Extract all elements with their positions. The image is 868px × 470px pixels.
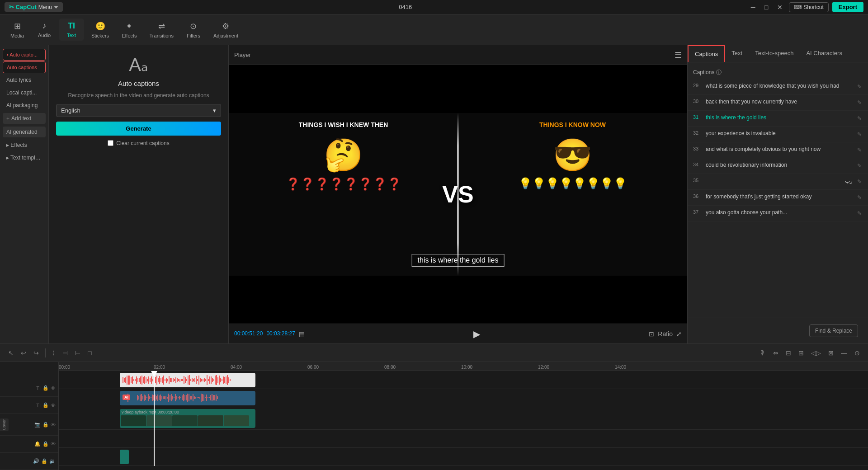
caption-row-29[interactable]: 29 what is some piece of knowledge that … — [688, 79, 868, 95]
caption-row-37[interactable]: 37 you also gotta choose your path... ✎ — [688, 206, 868, 221]
caption-edit-32[interactable]: ✎ — [856, 130, 863, 138]
lock-icon-audio1[interactable]: 🔒 — [42, 441, 49, 447]
ratio-button[interactable]: Ratio — [658, 330, 673, 338]
split-button[interactable]: ⧘ — [49, 348, 58, 358]
export-button[interactable]: Export — [832, 2, 863, 12]
eye-icon-audio2[interactable]: 🔉 — [49, 458, 56, 464]
clip-video[interactable]: videoplayback.mp4 00:03:28:00 — [120, 409, 255, 428]
player-menu-button[interactable]: ☰ — [675, 50, 682, 60]
clip-text-2[interactable]: AI for(let i=0;i<80;i++){document.write(… — [120, 391, 255, 405]
left-panel-text-template[interactable]: ▸ Text template — [3, 152, 46, 164]
ruler-mark-4: 08:00 — [384, 362, 396, 371]
left-panel-ai-packaging[interactable]: AI packaging — [3, 99, 46, 111]
filters-icon: ⊙ — [190, 21, 197, 31]
caption-edit-34[interactable]: ✎ — [856, 162, 863, 170]
caption-num-34: 34 — [693, 162, 702, 167]
left-panel-auto-captions-1[interactable]: Auto capto... — [3, 49, 46, 61]
left-panel-local-captions[interactable]: Local capti... — [3, 87, 46, 99]
link-button[interactable]: ⇔ — [770, 348, 781, 358]
clear-captions-checkbox[interactable] — [108, 140, 113, 146]
caption-row-32[interactable]: 32 your experience is invaluable ✎ — [688, 127, 868, 142]
caption-row-34[interactable]: 34 could be revolutionary information ✎ — [688, 158, 868, 174]
caption-edit-35[interactable]: ✎ — [856, 178, 863, 186]
auto-captions-description: Recognize speech in the video and genera… — [68, 92, 209, 99]
caption-edit-33[interactable]: ✎ — [856, 146, 863, 154]
left-panel-effects[interactable]: ▸ Effects — [3, 139, 46, 151]
ripple-button[interactable]: ⊞ — [796, 348, 807, 358]
tool-effects[interactable]: ✦ Effects — [116, 19, 142, 41]
left-panel-auto-captions-2[interactable]: Auto captions — [3, 61, 46, 73]
tab-tts[interactable]: Text-to-speech — [749, 45, 800, 62]
snap-button[interactable]: ⊟ — [783, 348, 794, 358]
shortcut-button[interactable]: ⌨ Shortcut — [789, 2, 829, 12]
lock-icon-2[interactable]: 🔒 — [42, 402, 49, 408]
light-bulbs: 💡💡💡💡💡💡💡💡 — [519, 177, 627, 190]
menu-button[interactable]: ✂ CapCut Menu — [5, 2, 63, 12]
eye-icon-2[interactable]: 👁 — [51, 403, 56, 408]
playhead[interactable] — [154, 371, 155, 466]
settings-button[interactable]: ⊙ — [852, 348, 863, 358]
caption-row-33[interactable]: 33 and what is completely obvious to you… — [688, 142, 868, 158]
cursor-tool-button[interactable]: ↖ — [5, 348, 16, 358]
caption-edit-31[interactable]: ✎ — [856, 114, 863, 122]
lock-icon-audio2[interactable]: 🔒 — [41, 458, 47, 464]
tool-audio[interactable]: ♪ Audio — [32, 19, 57, 41]
waveform-1: for(let i=0;i<80;i++){document.write('<d… — [120, 373, 255, 387]
ai-generated-button[interactable]: AI generated — [3, 127, 46, 137]
clip-audio-1[interactable]: for(let i=0;i<80;i++){document.write('<d… — [120, 373, 255, 387]
caption-edit-37[interactable]: ✎ — [856, 209, 863, 217]
lock-icon-1[interactable]: 🔒 — [42, 385, 49, 391]
maximize-button[interactable]: □ — [762, 2, 771, 12]
undo-button[interactable]: ↩ — [18, 348, 29, 358]
tool-media[interactable]: ⊞ Media — [5, 19, 30, 41]
transcript-icon[interactable]: ▤ — [299, 330, 305, 338]
language-selector[interactable]: English ▾ — [56, 104, 221, 117]
video-preview: THINGS I WISH I KNEW THEN 🤔 ❓❓❓❓❓❓❓❓ VS … — [229, 113, 687, 276]
trim-right-button[interactable]: ⊢ — [72, 348, 83, 358]
caption-edit-29[interactable]: ✎ — [856, 83, 863, 91]
expand-icon[interactable]: ⤢ — [676, 330, 682, 338]
close-button[interactable]: ✕ — [774, 2, 785, 12]
cover-container: Cover — [0, 414, 8, 435]
zoom-in-button[interactable]: ◁▷ — [808, 348, 824, 358]
tool-adjustment[interactable]: ⚙ Adjustment — [208, 19, 244, 41]
add-text-button[interactable]: +Add text — [3, 113, 46, 124]
caption-row-36[interactable]: 36 for somebody that's just getting star… — [688, 190, 868, 206]
redo-button[interactable]: ↪ — [31, 348, 42, 358]
mic-button[interactable]: 🎙 — [757, 348, 769, 358]
caption-edit-30[interactable]: ✎ — [856, 99, 863, 107]
left-panel-auto-lyrics[interactable]: Auto lyrics — [3, 74, 46, 86]
track-labels: TI 🔒 👁 TI 🔒 👁 Cover 📷 🔒 👁 🔔 🔒 👁 — [0, 362, 59, 470]
tool-stickers[interactable]: 🙂 Stickers — [86, 19, 114, 41]
caption-row-30[interactable]: 30 back then that you now currently have… — [688, 95, 868, 111]
tab-text[interactable]: Text — [725, 45, 749, 62]
lock-icon-video[interactable]: 🔒 — [42, 422, 49, 428]
fullscreen-icon[interactable]: ⊡ — [649, 330, 654, 338]
captions-tab-label: Captions — [695, 51, 718, 57]
tool-text[interactable]: TI Text — [59, 19, 84, 41]
caption-row-35[interactable]: 35 رپ ✎ — [688, 174, 868, 190]
clip-small[interactable] — [120, 450, 129, 464]
eye-icon-video[interactable]: 👁 — [51, 422, 56, 428]
play-button[interactable]: ▶ — [473, 329, 480, 339]
captions-panel: Captions ⓘ 29 what is some piece of know… — [688, 62, 868, 318]
eye-icon-audio1[interactable]: 👁 — [51, 441, 56, 446]
timeline-ruler: 00:00 02:00 04:00 06:00 08:00 10:00 12:0… — [59, 362, 868, 371]
right-title: THINGS I KNOW NOW — [536, 118, 609, 132]
main-area: Auto capto... Auto captions Auto lyrics … — [0, 45, 868, 343]
minimize-button[interactable]: ─ — [748, 2, 758, 12]
caption-edit-36[interactable]: ✎ — [856, 193, 863, 202]
align-button[interactable]: ⊠ — [826, 348, 836, 358]
trim-left-button[interactable]: ⊣ — [60, 348, 71, 358]
tool-transitions[interactable]: ⇌ Transitions — [144, 19, 179, 41]
find-replace-button[interactable]: Find & Replace — [809, 324, 858, 337]
caption-row-31[interactable]: 31 this is where the gold lies ✎ — [688, 111, 868, 127]
delete-button[interactable]: □ — [85, 348, 94, 358]
tool-filters[interactable]: ⊙ Filters — [181, 19, 206, 41]
tab-ai-characters[interactable]: AI Characters — [800, 45, 848, 62]
text-track-icon-1: TI — [36, 385, 41, 391]
tab-captions[interactable]: Captions — [688, 45, 725, 62]
eye-icon-1[interactable]: 👁 — [51, 385, 56, 391]
generate-button[interactable]: Generate — [56, 122, 221, 136]
volume-button[interactable]: — — [838, 348, 850, 358]
